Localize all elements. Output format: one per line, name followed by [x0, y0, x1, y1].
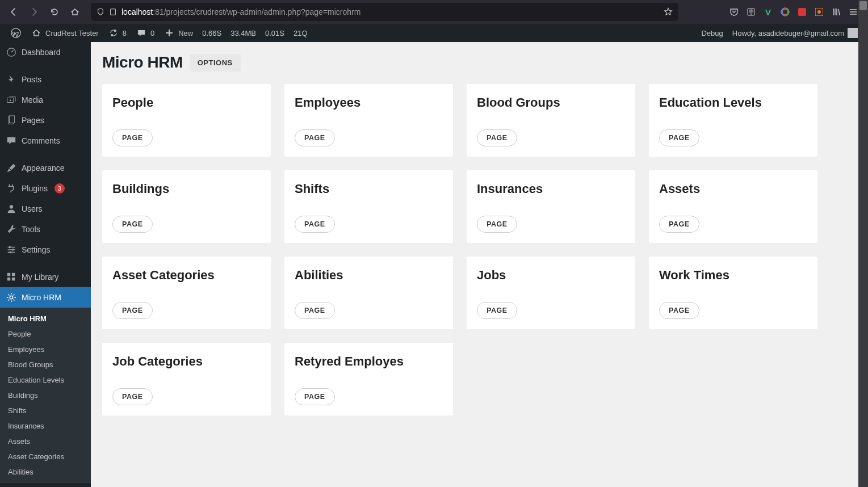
reload-icon — [50, 7, 59, 16]
card-title: Job Categories — [112, 354, 261, 369]
submenu-item[interactable]: Abilities — [0, 464, 91, 480]
wp-logo[interactable] — [6, 24, 26, 42]
site-name-link[interactable]: CrudRest Tester — [26, 24, 103, 42]
page-icon — [6, 115, 17, 126]
menu-settings[interactable]: Settings — [0, 240, 91, 260]
card-title: Shifts — [295, 182, 443, 196]
library-icon[interactable] — [831, 6, 842, 18]
menu-dashboard[interactable]: Dashboard — [0, 42, 91, 62]
svg-rect-12 — [9, 116, 14, 123]
card-page-button[interactable]: PAGE — [112, 388, 153, 405]
svg-point-6 — [817, 10, 821, 14]
back-button[interactable] — [6, 4, 22, 20]
menu-plugins[interactable]: Plugins3 — [0, 178, 91, 199]
comments-link[interactable]: 0 — [131, 24, 159, 42]
card-page-button[interactable]: PAGE — [477, 216, 517, 233]
menu-comments[interactable]: Comments — [0, 131, 91, 151]
submenu-item[interactable]: Blood Groups — [0, 357, 91, 372]
menu-media[interactable]: Media — [0, 90, 91, 110]
card-page-button[interactable]: PAGE — [295, 302, 335, 319]
svg-rect-0 — [111, 9, 116, 15]
home-button[interactable] — [67, 4, 83, 20]
gear-icon — [6, 292, 17, 303]
update-icon — [108, 27, 119, 39]
submenu-item[interactable]: Shifts — [0, 403, 91, 418]
scrollbar-thumb[interactable] — [859, 1, 867, 10]
card: Blood GroupsPAGE — [467, 84, 635, 157]
options-button[interactable]: OPTIONS — [190, 54, 241, 72]
card: AssetsPAGE — [649, 170, 817, 243]
url-bar[interactable]: localhost:81/projects/crudrest/wp-admin/… — [91, 3, 678, 21]
wp-admin-bar: CrudRest Tester 8 0 New 0.66S 33.4MB 0.0… — [0, 24, 868, 42]
bookmark-button[interactable] — [664, 7, 673, 16]
vue-devtools-icon[interactable]: V — [762, 6, 774, 18]
submenu-item[interactable]: Buildings — [0, 388, 91, 403]
card-page-button[interactable]: PAGE — [477, 129, 517, 146]
svg-rect-4 — [798, 8, 806, 16]
card-page-button[interactable]: PAGE — [659, 129, 699, 146]
card: ShiftsPAGE — [284, 170, 453, 243]
card-page-button[interactable]: PAGE — [112, 129, 153, 146]
pocket-icon[interactable] — [728, 6, 740, 18]
forward-button[interactable] — [26, 4, 42, 20]
perf-db[interactable]: 0.01S — [261, 24, 289, 42]
comments-count: 0 — [150, 29, 154, 37]
card-page-button[interactable]: PAGE — [659, 216, 699, 233]
reader-icon[interactable] — [745, 6, 757, 18]
extension-orange-icon[interactable] — [814, 6, 825, 18]
card-page-button[interactable]: PAGE — [477, 302, 517, 319]
submenu-item[interactable]: Asset Categories — [0, 449, 91, 464]
extension-red-icon[interactable] — [796, 6, 808, 18]
star-icon — [664, 7, 673, 16]
svg-point-13 — [10, 205, 13, 208]
submenu-item[interactable]: Education Levels — [0, 372, 91, 388]
new-link[interactable]: New — [159, 24, 198, 42]
menu-tools[interactable]: Tools — [0, 219, 91, 240]
avatar — [848, 28, 858, 38]
card: Education LevelsPAGE — [649, 84, 817, 157]
perf-queries[interactable]: 21Q — [289, 24, 312, 42]
reload-button[interactable] — [47, 4, 62, 20]
debug-link[interactable]: Debug — [697, 24, 727, 42]
card: AbilitiesPAGE — [284, 257, 453, 329]
submenu-item[interactable]: Employees — [0, 342, 91, 357]
perf-mem[interactable]: 33.4MB — [226, 24, 261, 42]
media-icon — [6, 94, 17, 106]
submenu-item[interactable]: Micro HRM — [0, 311, 91, 326]
card-page-button[interactable]: PAGE — [295, 216, 335, 233]
svg-point-3 — [782, 9, 789, 15]
browser-toolbar: localhost:81/projects/crudrest/wp-admin/… — [0, 0, 868, 24]
card-page-button[interactable]: PAGE — [295, 129, 335, 146]
hamburger-icon — [849, 7, 858, 16]
submenu-item[interactable]: People — [0, 326, 91, 342]
page-scrollbar[interactable] — [858, 0, 868, 487]
menu-users[interactable]: Users — [0, 199, 91, 219]
account-link[interactable]: Howdy, asadidebuger@gmail.com — [728, 24, 862, 42]
menu-button[interactable] — [848, 6, 859, 18]
svg-point-10 — [10, 100, 11, 102]
card: Asset CategoriesPAGE — [102, 257, 271, 329]
submenu-item[interactable]: Assets — [0, 434, 91, 449]
card-page-button[interactable]: PAGE — [295, 388, 335, 405]
menu-pages[interactable]: Pages — [0, 110, 91, 131]
menu-appearance[interactable]: Appearance — [0, 158, 91, 178]
updates-link[interactable]: 8 — [103, 24, 131, 42]
card-title: Abilities — [295, 268, 443, 283]
card-title: Employees — [295, 95, 443, 110]
dashboard-icon — [6, 47, 17, 58]
menu-micro-hrm[interactable]: Micro HRM — [0, 287, 91, 308]
updates-count: 8 — [123, 29, 127, 37]
plug-icon — [6, 183, 17, 194]
perf-time[interactable]: 0.66S — [198, 24, 226, 42]
submenu-micro-hrm: Micro HRMPeopleEmployeesBlood GroupsEduc… — [0, 308, 91, 483]
menu-my-library[interactable]: My Library — [0, 267, 91, 287]
menu-posts[interactable]: Posts — [0, 69, 91, 90]
card-page-button[interactable]: PAGE — [112, 216, 153, 233]
user-icon — [6, 203, 17, 215]
card: InsurancesPAGE — [467, 170, 635, 243]
submenu-item[interactable]: Insurances — [0, 418, 91, 434]
card-page-button[interactable]: PAGE — [112, 302, 153, 319]
extension-circle-icon[interactable] — [779, 6, 791, 18]
svg-point-16 — [9, 251, 11, 254]
card-page-button[interactable]: PAGE — [659, 302, 699, 319]
